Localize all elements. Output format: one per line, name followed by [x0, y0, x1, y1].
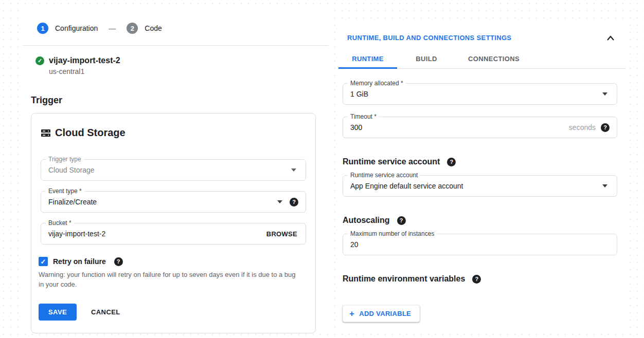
env-vars-title: Runtime environment variables: [343, 274, 465, 284]
runtime-service-account-select[interactable]: Runtime service account: [343, 175, 617, 197]
event-type-select[interactable]: Event type * ?: [41, 191, 306, 213]
plus-icon: +: [349, 310, 354, 317]
timeout-field[interactable]: Timeout * seconds ?: [343, 117, 617, 138]
autoscaling-heading: Autoscaling ?: [343, 216, 617, 225]
step-2-label[interactable]: Code: [145, 24, 162, 32]
add-variable-button[interactable]: + ADD VARIABLE: [343, 305, 420, 322]
tab-build[interactable]: BUILD: [397, 50, 456, 68]
bucket-input[interactable]: [48, 230, 260, 238]
autoscaling-title: Autoscaling: [343, 216, 390, 225]
runtime-service-account-label: Runtime service account: [348, 172, 420, 179]
success-check-icon: ✓: [35, 57, 44, 65]
env-vars-help-icon[interactable]: ?: [472, 275, 481, 284]
trigger-type-value[interactable]: [48, 166, 284, 174]
step-separator: —: [109, 24, 116, 32]
service-account-help-icon[interactable]: ?: [447, 158, 456, 166]
step-1-indicator[interactable]: 1: [37, 23, 48, 34]
chevron-up-icon[interactable]: [606, 35, 615, 41]
runtime-service-account-value[interactable]: [350, 182, 595, 190]
runtime-service-account-heading: Runtime service account ?: [343, 157, 617, 166]
timeout-label: Timeout *: [348, 113, 379, 121]
stepper-divider: [23, 45, 329, 46]
event-type-help-icon[interactable]: ?: [290, 198, 298, 206]
event-type-label: Event type *: [46, 187, 84, 195]
env-vars-heading: Runtime environment variables ?: [343, 274, 617, 284]
tab-connections[interactable]: CONNECTIONS: [456, 50, 532, 68]
runtime-service-account-title: Runtime service account: [343, 157, 440, 166]
tab-runtime[interactable]: RUNTIME: [338, 50, 397, 68]
dropdown-arrow-icon: [277, 200, 282, 203]
settings-expander-title[interactable]: RUNTIME, BUILD AND CONNECTIONS SETTINGS: [347, 34, 511, 42]
timeout-help-icon[interactable]: ?: [601, 123, 610, 132]
bucket-field[interactable]: Bucket * BROWSE: [41, 223, 306, 245]
memory-allocated-label: Memory allocated *: [348, 80, 406, 87]
retry-label: Retry on failure: [53, 257, 106, 266]
dropdown-arrow-icon: [602, 92, 607, 96]
trigger-type-label: Trigger type: [46, 156, 84, 163]
trigger-type-select[interactable]: Trigger type: [41, 159, 306, 181]
autoscaling-help-icon[interactable]: ?: [397, 216, 406, 225]
runtime-settings-panel: RUNTIME, BUILD AND CONNECTIONS SETTINGS …: [338, 23, 626, 331]
retry-on-failure-row: ✓ Retry on failure ?: [39, 257, 306, 266]
memory-allocated-select[interactable]: Memory allocated *: [343, 83, 617, 105]
browse-button[interactable]: BROWSE: [265, 228, 298, 240]
function-name: vijay-import-test-2: [49, 56, 120, 65]
function-region: us-central1: [49, 67, 329, 76]
settings-tabs: RUNTIME BUILD CONNECTIONS: [338, 50, 626, 69]
dropdown-arrow-icon: [291, 168, 296, 172]
step-2-indicator[interactable]: 2: [127, 23, 138, 34]
memory-allocated-value[interactable]: [350, 90, 595, 98]
cancel-button[interactable]: CANCEL: [89, 304, 122, 321]
max-instances-input[interactable]: [350, 240, 610, 249]
event-type-value[interactable]: [48, 198, 270, 206]
trigger-card-title: Cloud Storage: [55, 127, 126, 139]
cloud-storage-icon: [41, 128, 51, 138]
max-instances-label: Maximum number of instances: [348, 230, 437, 238]
trigger-section-title: Trigger: [31, 95, 329, 106]
retry-warning-text: Warning: your function will retry on fai…: [39, 270, 302, 289]
timeout-unit-suffix: seconds: [569, 123, 596, 132]
trigger-card-header: Cloud Storage: [41, 127, 306, 139]
runtime-tab-content: Memory allocated * Timeout * seconds ? R…: [338, 83, 626, 322]
save-button[interactable]: SAVE: [39, 304, 77, 321]
max-instances-field[interactable]: Maximum number of instances: [343, 234, 617, 255]
bucket-label: Bucket *: [46, 219, 74, 227]
dropdown-arrow-icon: [602, 184, 607, 187]
function-summary: ✓ vijay-import-test-2: [35, 56, 329, 65]
wizard-stepper: 1 Configuration — 2 Code: [37, 23, 329, 34]
retry-help-icon[interactable]: ?: [114, 257, 123, 266]
trigger-card: Cloud Storage Trigger type Event type * …: [31, 113, 316, 333]
form-actions: SAVE CANCEL: [39, 304, 306, 321]
timeout-input[interactable]: [350, 123, 564, 132]
settings-expander-header[interactable]: RUNTIME, BUILD AND CONNECTIONS SETTINGS: [338, 23, 626, 42]
add-variable-label: ADD VARIABLE: [359, 310, 411, 317]
step-1-label[interactable]: Configuration: [55, 24, 98, 32]
retry-checkbox[interactable]: ✓: [39, 257, 48, 266]
configuration-panel: 1 Configuration — 2 Code ✓ vijay-import-…: [23, 7, 329, 332]
